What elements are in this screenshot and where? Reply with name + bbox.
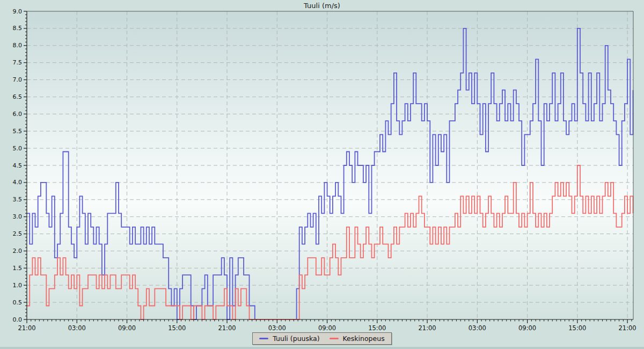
- svg-text:2.5: 2.5: [13, 230, 23, 237]
- svg-text:15:00: 15:00: [568, 324, 586, 332]
- svg-text:21:00: 21:00: [619, 324, 636, 332]
- legend: Tuuli (puuska) Keskinopeus: [0, 332, 644, 345]
- svg-text:3.0: 3.0: [13, 213, 23, 220]
- svg-text:1.5: 1.5: [13, 265, 23, 272]
- svg-text:3.5: 3.5: [13, 196, 23, 203]
- svg-text:09:00: 09:00: [518, 324, 536, 332]
- svg-text:21:00: 21:00: [218, 324, 236, 332]
- svg-text:0.0: 0.0: [13, 316, 23, 323]
- svg-text:4.5: 4.5: [13, 162, 23, 169]
- svg-text:5.0: 5.0: [13, 145, 23, 152]
- svg-text:21:00: 21:00: [419, 324, 436, 332]
- svg-text:09:00: 09:00: [118, 324, 136, 332]
- legend-label-gust: Tuuli (puuska): [273, 335, 319, 343]
- svg-text:2.0: 2.0: [13, 248, 23, 255]
- svg-text:21:00: 21:00: [18, 324, 35, 332]
- gust-line-swatch: [259, 338, 268, 339]
- svg-text:6.0: 6.0: [13, 111, 23, 118]
- svg-text:03:00: 03:00: [68, 324, 86, 332]
- svg-text:5.5: 5.5: [13, 128, 23, 135]
- svg-text:15:00: 15:00: [168, 324, 186, 332]
- svg-text:09:00: 09:00: [318, 324, 336, 332]
- svg-text:15:00: 15:00: [368, 324, 386, 332]
- svg-text:7.5: 7.5: [13, 59, 23, 66]
- chart-title: Tuuli (m/s): [0, 2, 644, 10]
- legend-item-mean: Keskinopeus: [330, 335, 385, 343]
- svg-text:7.0: 7.0: [13, 76, 23, 83]
- legend-box: Tuuli (puuska) Keskinopeus: [252, 332, 391, 345]
- legend-item-gust: Tuuli (puuska): [259, 335, 319, 343]
- bottom-strip: [0, 347, 644, 349]
- svg-text:8.0: 8.0: [13, 42, 23, 49]
- svg-text:1.0: 1.0: [13, 282, 23, 289]
- wind-chart-page: 0.00.51.01.52.02.53.03.54.04.55.05.56.06…: [0, 0, 644, 349]
- svg-text:6.5: 6.5: [13, 93, 23, 100]
- mean-line-swatch: [330, 338, 339, 339]
- svg-text:03:00: 03:00: [268, 324, 286, 332]
- svg-text:4.0: 4.0: [13, 179, 23, 186]
- svg-text:03:00: 03:00: [469, 324, 486, 332]
- svg-text:8.5: 8.5: [13, 25, 23, 32]
- wind-chart-plot: 0.00.51.01.52.02.53.03.54.04.55.05.56.06…: [0, 0, 644, 349]
- legend-label-mean: Keskinopeus: [343, 335, 385, 343]
- svg-text:0.5: 0.5: [13, 299, 23, 306]
